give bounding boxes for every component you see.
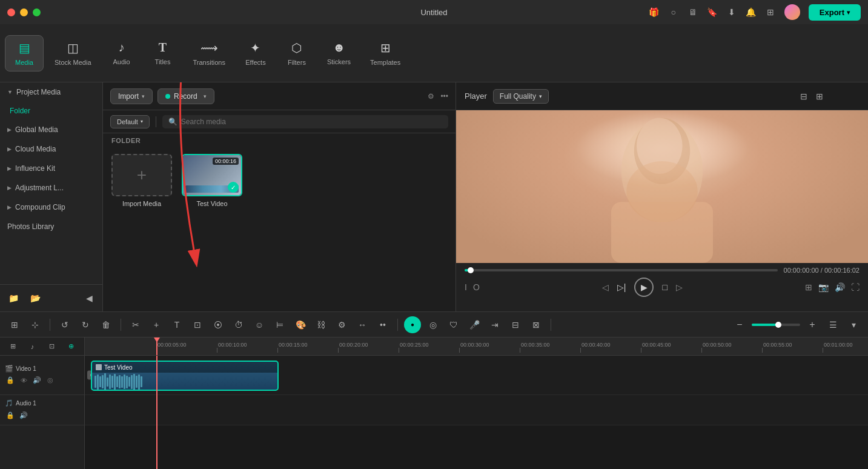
volume-button[interactable]: 🔊 [835, 282, 845, 292]
subtitle-button[interactable]: ⊠ [528, 316, 545, 333]
zoom-in-button[interactable]: + [804, 316, 821, 333]
sidebar-item-project-media[interactable]: ▼ Project Media [0, 82, 102, 102]
import-media-item[interactable]: + Import Media [111, 154, 172, 207]
add-folder-button[interactable]: 📁 [5, 290, 22, 307]
new-folder-button[interactable]: 📂 [27, 290, 44, 307]
avatar[interactable] [784, 4, 800, 20]
video-volume-button[interactable]: 🔊 [31, 375, 42, 386]
add-video-track[interactable]: ⊞ [5, 338, 21, 355]
text-tool[interactable]: T [168, 316, 185, 333]
sidebar-item-compound-clip[interactable]: ▶ Compound Clip [0, 198, 102, 217]
delete-button[interactable]: 🗑 [98, 316, 114, 333]
emoji-button[interactable]: ☺ [251, 316, 268, 333]
link-track[interactable]: ⊕ [64, 338, 79, 355]
timer-button[interactable]: ⏱ [230, 316, 247, 333]
sidebar-item-influence-kit[interactable]: ▶ Influence Kit [0, 159, 102, 178]
mask-button[interactable]: ⦿ [210, 316, 227, 333]
fullscreen-button[interactable]: ⛶ [851, 282, 860, 292]
import-button[interactable]: Import [110, 88, 153, 104]
toolbar-item-audio[interactable]: ♪ Audio [102, 36, 141, 70]
audio-lock-button[interactable]: 🔒 [5, 410, 16, 421]
export-button[interactable]: Export [809, 4, 861, 21]
cut-button[interactable]: ✂ [127, 316, 144, 333]
add-audio-track[interactable]: ♪ [24, 338, 40, 355]
gift-icon[interactable]: 🎁 [649, 7, 660, 18]
layout-list-button[interactable]: ☰ [824, 316, 841, 333]
connect-track[interactable]: ⊡ [44, 338, 60, 355]
circle-icon[interactable]: ○ [668, 7, 679, 18]
step-back-button[interactable]: ◁ [602, 282, 609, 292]
video-lock-button[interactable]: 🔒 [5, 375, 16, 386]
paint-button[interactable]: 🎨 [292, 316, 309, 333]
record-button[interactable]: Record [157, 88, 214, 104]
minimize-button[interactable] [20, 8, 28, 16]
insert-button[interactable]: + [148, 316, 165, 333]
crop-button[interactable]: ⊡ [189, 316, 206, 333]
redo-button[interactable]: ↻ [77, 316, 94, 333]
split-button[interactable]: ⊨ [271, 316, 288, 333]
undo-button[interactable]: ↺ [56, 316, 73, 333]
close-button[interactable] [7, 8, 15, 16]
progress-bar[interactable] [465, 269, 778, 271]
default-button[interactable]: Default [110, 115, 150, 128]
play-button[interactable]: ▶ [634, 278, 654, 297]
sidebar-item-adjustment[interactable]: ▶ Adjustment L... [0, 178, 102, 198]
mark-in-button[interactable]: I [465, 282, 467, 292]
video-visible-button[interactable]: ◎ [45, 375, 56, 386]
mic-button[interactable]: 🎤 [466, 316, 483, 333]
maximize-button[interactable] [33, 8, 41, 16]
snapshot-button[interactable]: 📷 [818, 282, 829, 292]
toolbar-item-stock-media[interactable]: ◫ Stock Media [46, 36, 100, 71]
sidebar-item-photos-library[interactable]: Photos Library [0, 217, 102, 236]
folder-label: FOLDER [103, 133, 456, 148]
bell-icon[interactable]: 🔔 [746, 7, 757, 18]
ripple-button[interactable]: ◎ [425, 316, 442, 333]
video-eye-button[interactable]: 👁 [18, 375, 29, 386]
toolbar-item-titles[interactable]: T Titles [144, 36, 182, 70]
more-icon[interactable]: ••• [440, 92, 448, 101]
mark-out-button[interactable]: O [473, 282, 480, 292]
ruler-label-9: 00:00:45:00 [642, 342, 671, 348]
zoom-out-button[interactable]: − [731, 316, 748, 333]
toolbar-item-stickers[interactable]: ☻ Stickers [319, 36, 359, 70]
grid-view-icon[interactable]: ⊞ [816, 91, 828, 101]
toolbar-item-effects[interactable]: ✦ Effects [236, 36, 275, 71]
test-video-item[interactable]: 00:00:16 ✓ Test Video [182, 154, 242, 207]
stop-button[interactable]: □ [662, 282, 667, 292]
toolbar-item-transitions[interactable]: ⟿ Transitions [185, 36, 234, 71]
sidebar-item-global-media[interactable]: ▶ Global Media [0, 120, 102, 139]
search-input[interactable] [181, 118, 442, 126]
cloud-download-icon[interactable]: ⬇ [726, 7, 737, 18]
step-forward-button[interactable]: ▷ [676, 282, 683, 292]
more-button[interactable]: ▾ [845, 316, 862, 333]
trim-button[interactable]: ↔ [354, 316, 371, 333]
bookmark-icon[interactable]: 🔖 [707, 7, 718, 18]
filter-icon[interactable]: ⚙ [428, 92, 434, 101]
audio-volume-button[interactable]: 🔊 [18, 410, 29, 421]
sidebar-item-cloud-media[interactable]: ▶ Cloud Media [0, 139, 102, 159]
shield-button[interactable]: 🛡 [445, 316, 462, 333]
collapse-button[interactable]: ◀ [81, 290, 98, 307]
transition-button[interactable]: ⇥ [486, 316, 503, 333]
link-button[interactable]: ⛓ [313, 316, 330, 333]
toolbar-item-media[interactable]: ▤ Media [5, 35, 44, 72]
add-to-timeline-button[interactable]: ⊞ [805, 282, 812, 292]
quality-select[interactable]: Full Quality [493, 89, 549, 104]
monitor-icon[interactable]: 🖥 [687, 7, 698, 18]
adjustment-button[interactable]: ⚙ [333, 316, 350, 333]
grid-icon[interactable]: ⊞ [765, 7, 776, 18]
ruler-label-5: 00:00:25:00 [400, 342, 429, 348]
layout-icon[interactable]: ⊟ [800, 91, 812, 101]
pip-button[interactable]: ⊟ [507, 316, 524, 333]
toolbar-item-filters[interactable]: ⬡ Filters [277, 36, 316, 71]
more-tools-button[interactable]: •• [374, 316, 391, 333]
current-time: 00:00:00:00 / 00:00:16:02 [784, 267, 860, 274]
frame-back-button[interactable]: ▷| [617, 282, 626, 292]
video-clip[interactable]: Test Video [91, 361, 279, 391]
sidebar-item-folder[interactable]: Folder [0, 102, 102, 120]
zoom-slider[interactable] [752, 324, 800, 326]
select-tool[interactable]: ⊹ [27, 316, 44, 333]
speed-button[interactable]: ● [404, 316, 421, 333]
toolbar-item-templates[interactable]: ⊞ Templates [362, 36, 409, 71]
add-track-button[interactable]: ⊞ [6, 316, 23, 333]
